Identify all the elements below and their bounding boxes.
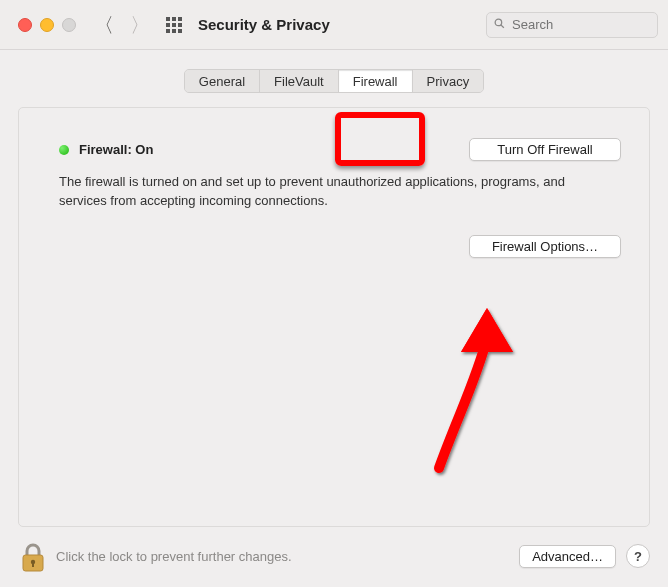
footer-bar: Click the lock to prevent further change… xyxy=(18,537,650,575)
window-controls xyxy=(18,18,76,32)
search-field[interactable] xyxy=(486,12,658,38)
svg-marker-3 xyxy=(461,308,487,352)
zoom-window-icon xyxy=(62,18,76,32)
help-button[interactable]: ? xyxy=(626,544,650,568)
minimize-window-icon[interactable] xyxy=(40,18,54,32)
tab-general[interactable]: General xyxy=(185,70,260,92)
nav-back-icon[interactable]: 〈 xyxy=(94,15,114,35)
nav-buttons: 〈 〉 xyxy=(94,15,150,35)
lock-help-text: Click the lock to prevent further change… xyxy=(56,549,292,564)
firewall-description: The firewall is turned on and set up to … xyxy=(59,173,599,211)
tab-firewall[interactable]: Firewall xyxy=(339,70,413,92)
turn-off-firewall-button[interactable]: Turn Off Firewall xyxy=(469,138,621,161)
annotation-arrow-icon xyxy=(417,308,527,488)
search-icon xyxy=(493,17,506,33)
close-window-icon[interactable] xyxy=(18,18,32,32)
svg-marker-2 xyxy=(487,308,513,352)
svg-marker-4 xyxy=(461,308,513,352)
svg-point-0 xyxy=(495,19,502,26)
nav-forward-icon: 〉 xyxy=(130,15,150,35)
firewall-status-label: Firewall: On xyxy=(79,142,153,157)
svg-rect-7 xyxy=(32,563,34,567)
firewall-panel: Firewall: On Turn Off Firewall The firew… xyxy=(18,107,650,527)
lock-icon[interactable] xyxy=(18,539,48,573)
tab-filevault[interactable]: FileVault xyxy=(260,70,339,92)
search-input[interactable] xyxy=(510,16,624,33)
title-bar: 〈 〉 Security & Privacy xyxy=(0,0,668,50)
advanced-button[interactable]: Advanced… xyxy=(519,545,616,568)
firewall-options-button[interactable]: Firewall Options… xyxy=(469,235,621,258)
window-title: Security & Privacy xyxy=(198,16,330,33)
show-all-prefs-icon[interactable] xyxy=(166,17,182,33)
firewall-status-led-icon xyxy=(59,145,69,155)
tab-bar: General FileVault Firewall Privacy xyxy=(18,69,650,93)
tab-privacy[interactable]: Privacy xyxy=(413,70,484,92)
svg-line-1 xyxy=(501,24,504,27)
